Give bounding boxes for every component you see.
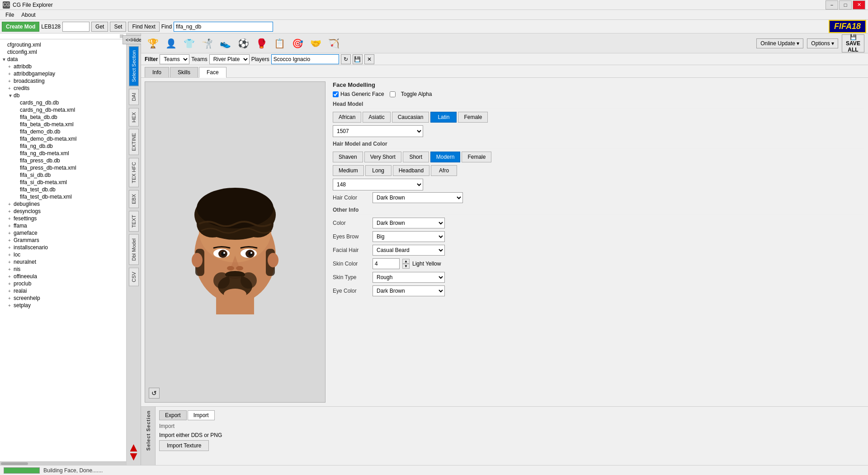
face-rotate-button[interactable]: ↺	[149, 388, 160, 399]
section-tab-dblmodel[interactable]: Dbl Model	[129, 234, 139, 265]
tree-item[interactable]: fifa_beta_db-meta.xml	[0, 121, 126, 128]
hair-headband[interactable]: Headband	[393, 165, 429, 176]
tree-item[interactable]: +Grammars	[0, 237, 126, 244]
tree-item[interactable]: +loc	[0, 251, 126, 258]
tree-item[interactable]: +proclub	[0, 280, 126, 287]
create-mod-button[interactable]: Create Mod	[2, 22, 39, 32]
arrow-down-button[interactable]	[130, 453, 137, 461]
import-tab[interactable]: Import	[188, 410, 215, 420]
tree-item[interactable]: +setplay	[0, 302, 126, 309]
tree-item[interactable]: fifa_press_db-meta.xml	[0, 164, 126, 171]
filter-save-button[interactable]: 💾	[353, 54, 363, 64]
section-tab-dai[interactable]: DAI	[129, 89, 139, 105]
arrow-up-button[interactable]	[130, 444, 137, 451]
maximize-button[interactable]: □	[839, 0, 852, 10]
menu-file[interactable]: File	[2, 11, 18, 19]
hair-afro[interactable]: Afro	[431, 165, 457, 176]
tree-item[interactable]: +debuglines	[0, 200, 126, 208]
section-tab-select[interactable]: Select Section	[129, 46, 139, 86]
handshake-icon-button[interactable]: 🤝	[307, 35, 324, 52]
eyes-brow-select[interactable]: Big	[373, 231, 445, 242]
tree-item[interactable]: fifa_demo_db-meta.xml	[0, 135, 126, 142]
section-tab-extine[interactable]: EXTINE	[129, 129, 139, 155]
tree-item[interactable]: fifa_si_db-meta.xml	[0, 179, 126, 186]
bow-icon-button[interactable]: 🏹	[326, 35, 342, 52]
tree-item[interactable]: +gameface	[0, 229, 126, 237]
head-model-female[interactable]: Female	[458, 112, 488, 123]
section-tab-csv[interactable]: CSV	[129, 268, 139, 286]
export-tab[interactable]: Export	[159, 410, 187, 420]
skin-color-down[interactable]: ▼	[402, 264, 410, 269]
tree-item[interactable]: fifa_si_db.db	[0, 171, 126, 179]
options-button[interactable]: Options ▾	[807, 38, 838, 48]
tree-item[interactable]: fifa_test_db.db	[0, 186, 126, 193]
tree-item[interactable]: fifa_demo_db.db	[0, 128, 126, 135]
find-input[interactable]	[174, 22, 273, 32]
filter-clear-button[interactable]: ✕	[364, 54, 374, 64]
tree-item[interactable]: ▼db	[0, 92, 126, 99]
set-button[interactable]: Set	[110, 22, 126, 32]
toggle-alpha-checkbox[interactable]	[390, 91, 396, 97]
head-model-id-select[interactable]: 1507	[333, 125, 423, 137]
tree-item[interactable]: fifa_beta_db.db	[0, 114, 126, 121]
trophy-icon-button[interactable]: 🏆	[145, 35, 161, 52]
section-tab-texhfc[interactable]: TEX HFC	[129, 158, 139, 187]
tree-item[interactable]: cards_ng_db-meta.xml	[0, 106, 126, 114]
section-tab-text[interactable]: TEXT	[129, 211, 139, 232]
tree-item[interactable]: +desynclogs	[0, 208, 126, 215]
tree-item[interactable]: +attribdb	[0, 63, 126, 70]
tree-hscroll[interactable]	[0, 461, 126, 465]
section-tab-hex[interactable]: HEX	[129, 108, 139, 127]
tree-item[interactable]: +credits	[0, 85, 126, 92]
color-select[interactable]: Dark Brown	[373, 218, 445, 228]
tree-item[interactable]: +ffama	[0, 222, 126, 229]
filter-refresh-button[interactable]: ↻	[341, 54, 351, 64]
minimize-button[interactable]: −	[826, 0, 838, 10]
tree-item[interactable]: +installscenario	[0, 244, 126, 251]
tree-item[interactable]: +screenhelp	[0, 294, 126, 302]
tree-item[interactable]: ▼data	[0, 56, 126, 63]
tab-face[interactable]: Face	[199, 67, 226, 78]
import-texture-button[interactable]: Import Texture	[159, 440, 209, 451]
skin-color-input[interactable]	[373, 258, 400, 269]
head-model-asiatic[interactable]: Asiatic	[363, 112, 390, 123]
tree-item[interactable]: +nis	[0, 266, 126, 273]
save-all-button[interactable]: 💾 SAVE ALL	[842, 34, 864, 52]
gloves-icon-button[interactable]: 🥊	[253, 35, 269, 52]
hair-color-select[interactable]: Dark Brown	[373, 192, 463, 203]
hair-modern[interactable]: Modern	[430, 152, 461, 162]
ball-icon-button[interactable]: ⚽	[235, 35, 251, 52]
tree-item[interactable]: fifa_ng_db.db	[0, 142, 126, 150]
head-model-african[interactable]: African	[333, 112, 361, 123]
tactics-icon-button[interactable]: 📋	[271, 35, 288, 52]
tab-info[interactable]: Info	[145, 67, 169, 77]
players-input[interactable]	[271, 54, 339, 64]
skin-type-select[interactable]: Rough	[373, 272, 445, 283]
teams-select[interactable]: River Plate	[209, 54, 250, 64]
tree-item[interactable]: cards_ng_db.db	[0, 99, 126, 106]
tree-item[interactable]: fifa_ng_db-meta.xml	[0, 150, 126, 157]
tree-item[interactable]: +offineeula	[0, 273, 126, 280]
hair-shaven[interactable]: Shaven	[333, 152, 363, 162]
has-generic-face-label[interactable]: Has Generic Face	[333, 91, 384, 97]
hair-very-short[interactable]: Very Short	[364, 152, 401, 162]
skin-color-up[interactable]: ▲	[402, 259, 410, 264]
find-next-button[interactable]: Find Next	[128, 22, 159, 32]
head-model-latin[interactable]: Latin	[430, 112, 457, 123]
target-icon-button[interactable]: 🎯	[289, 35, 306, 52]
online-update-button[interactable]: Online Update ▾	[756, 38, 803, 48]
hair-female[interactable]: Female	[462, 152, 491, 162]
tree-item[interactable]: cfgrouting.xml	[0, 41, 126, 48]
hair-medium[interactable]: Medium	[333, 165, 364, 176]
goalkeeper-icon-button[interactable]: 🤺	[199, 35, 215, 52]
tree-item[interactable]: +neuralnet	[0, 258, 126, 266]
hair-long[interactable]: Long	[365, 165, 392, 176]
has-generic-face-checkbox[interactable]	[333, 91, 339, 97]
tree-item[interactable]: +attribdbgameplay	[0, 70, 126, 77]
players-icon-button[interactable]: 👤	[163, 35, 179, 52]
kit-icon-button[interactable]: 👕	[181, 35, 197, 52]
hair-id-select[interactable]: 148	[333, 179, 423, 190]
tree-item[interactable]: +broadcasting	[0, 77, 126, 85]
tree-item[interactable]: +fesettings	[0, 215, 126, 222]
eye-color-select[interactable]: Dark Brown	[373, 285, 445, 296]
